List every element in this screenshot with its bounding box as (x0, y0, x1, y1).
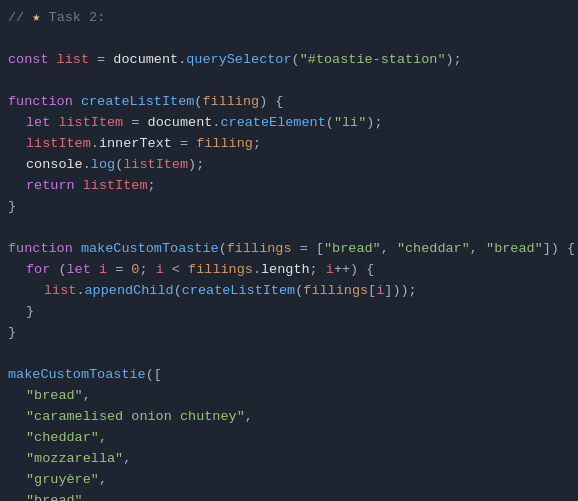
fn1-paren-close: ) { (259, 92, 283, 113)
str-arg-caramelised: "caramelised onion chutney" (26, 407, 245, 428)
fn2-bracket-close: ]) { (543, 239, 575, 260)
method-create: createElement (220, 113, 325, 134)
str-arg-bread1: "bread" (26, 386, 83, 407)
prop-innertext: innerText (99, 134, 172, 155)
var-listitem: listItem (58, 113, 123, 134)
line-arg-gruyere: "gruyère", (0, 470, 578, 491)
for-paren-open: ( (58, 260, 66, 281)
paren6: ); (188, 155, 204, 176)
kw-return: return (26, 176, 83, 197)
fn-createListItem-call: createListItem (182, 281, 295, 302)
num-0: 0 (131, 260, 139, 281)
param-fillings: fillings (227, 239, 292, 260)
lt-op: < (164, 260, 188, 281)
paren1: ( (292, 50, 300, 71)
listitem-ref-1: listItem (26, 134, 91, 155)
line-blank-4 (0, 344, 578, 365)
comment-task: Task 2: (40, 8, 105, 29)
str-cheddar-d: "cheddar" (397, 239, 470, 260)
str-selector: "#toastie-station" (300, 50, 446, 71)
method-append: appendChild (85, 281, 174, 302)
assign-2: = (172, 134, 196, 155)
comma-a1: , (83, 386, 91, 407)
code-editor: // ★ Task 2: const list = document.query… (0, 0, 578, 501)
comma-a2: , (245, 407, 253, 428)
str-arg-mozzarella: "mozzarella" (26, 449, 123, 470)
dot1: . (178, 50, 186, 71)
paren2: ); (446, 50, 462, 71)
str-arg-cheddar: "cheddar" (26, 428, 99, 449)
line-func1-sig: function createListItem(filling) { (0, 92, 578, 113)
line-let-listitem: let listItem = document.createElement("l… (0, 113, 578, 134)
line-arg-mozzarella: "mozzarella", (0, 449, 578, 470)
paren4: ); (366, 113, 382, 134)
str-arg-gruyere: "gruyère" (26, 470, 99, 491)
line-console: console.log(listItem); (0, 155, 578, 176)
semi-for-1: ; (139, 260, 155, 281)
for-assign: = (107, 260, 131, 281)
line-close-1: } (0, 197, 578, 218)
line-close-inner: } (0, 302, 578, 323)
paren9: )); (392, 281, 416, 302)
line-blank-2 (0, 71, 578, 92)
line-comment: // ★ Task 2: (0, 8, 578, 29)
call-bracket-open: ([ (146, 365, 162, 386)
line-arg-bread1: "bread", (0, 386, 578, 407)
kw-let-i: let (67, 260, 99, 281)
star-symbol: ★ (32, 8, 40, 29)
i-ref-1: i (156, 260, 164, 281)
comment-text: // (8, 8, 32, 29)
paren3: ( (326, 113, 334, 134)
kw-function-2: function (8, 239, 81, 260)
i-ref-3: i (376, 281, 384, 302)
line-innertext: listItem.innerText = filling; (0, 134, 578, 155)
line-blank-1 (0, 29, 578, 50)
fn-makeCustomToastie: makeCustomToastie (81, 239, 219, 260)
dot5: . (253, 260, 261, 281)
line-append: list.appendChild(createListItem(fillings… (0, 281, 578, 302)
var-list: list (57, 50, 89, 71)
line-arg-bread2: "bread", (0, 491, 578, 501)
dot4: . (83, 155, 91, 176)
bracket-i: [ (368, 281, 376, 302)
param-filling: filling (202, 92, 259, 113)
line-const: const list = document.querySelector("#to… (0, 50, 578, 71)
comma-a5: , (99, 470, 107, 491)
semi-for-2: ; (310, 260, 326, 281)
kw-function-1: function (8, 92, 81, 113)
listitem-ref-2: listItem (123, 155, 188, 176)
filling-ref: filling (196, 134, 253, 155)
line-blank-3 (0, 218, 578, 239)
prop-length: length (261, 260, 310, 281)
semi-1: ; (253, 134, 261, 155)
paren5: ( (115, 155, 123, 176)
fillings-ref-1: fillings (188, 260, 253, 281)
brace-close-2: } (8, 323, 16, 344)
line-close-2: } (0, 323, 578, 344)
str-arg-bread2: "bread" (26, 491, 83, 501)
listitem-ref-3: listItem (83, 176, 148, 197)
line-return: return listItem; (0, 176, 578, 197)
kw-for: for (26, 260, 58, 281)
line-for: for (let i = 0; i < fillings.length; i++… (0, 260, 578, 281)
dot3: . (91, 134, 99, 155)
document-obj: document (113, 50, 178, 71)
var-i: i (99, 260, 107, 281)
list-ref: list (44, 281, 76, 302)
brace-close-inner: } (26, 302, 34, 323)
document-2: document (148, 113, 213, 134)
line-call-start: makeCustomToastie([ (0, 365, 578, 386)
kw-const: const (8, 50, 57, 71)
kw-let: let (26, 113, 58, 134)
method-qs: querySelector (186, 50, 291, 71)
op-assign: = (89, 50, 113, 71)
bracket-close-i: ] (384, 281, 392, 302)
brace-close-1: } (8, 197, 16, 218)
semi-2: ; (148, 176, 156, 197)
fn-createListItem: createListItem (81, 92, 194, 113)
dot6: . (76, 281, 84, 302)
assign-1: = (123, 113, 147, 134)
comma-a6: , (83, 491, 91, 501)
comma-d2: , (470, 239, 486, 260)
method-log: log (91, 155, 115, 176)
